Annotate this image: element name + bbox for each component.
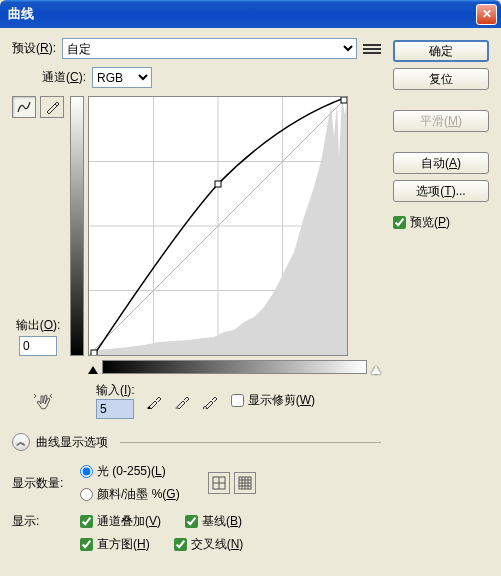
curve-point-high: [341, 97, 347, 103]
curve-icon: [16, 100, 32, 114]
collapse-toggle[interactable]: ︽: [12, 433, 30, 451]
curves-svg: [89, 97, 347, 355]
options-button[interactable]: 选项(T)...: [393, 180, 489, 202]
options-title: 曲线显示选项: [36, 434, 108, 451]
white-slider[interactable]: [371, 361, 381, 374]
check-overlay[interactable]: 通道叠加(V): [80, 513, 161, 530]
vertical-gradient: [70, 96, 84, 356]
curves-graph[interactable]: [88, 96, 348, 356]
ok-button[interactable]: 确定: [393, 40, 489, 62]
preset-select[interactable]: 自定: [62, 38, 357, 59]
black-slider[interactable]: [88, 361, 98, 374]
channel-row: 通道(C): RGB: [42, 67, 381, 88]
auto-button[interactable]: 自动(A): [393, 152, 489, 174]
show-clipping-check[interactable]: 显示修剪(W): [231, 392, 315, 409]
display-amount-label: 显示数量:: [12, 475, 72, 492]
eyedropper-gray[interactable]: [173, 391, 193, 411]
check-baseline[interactable]: 基线(B): [185, 513, 242, 530]
display-label: 显示:: [12, 513, 72, 530]
window-title: 曲线: [8, 5, 476, 23]
eyedropper-white[interactable]: [201, 391, 221, 411]
check-intersection[interactable]: 交叉线(N): [174, 536, 244, 553]
svg-point-8: [175, 406, 178, 409]
radio-light[interactable]: 光 (0-255)(L): [80, 463, 180, 480]
pencil-icon: [45, 100, 59, 114]
preset-label: 预设(R):: [12, 40, 56, 57]
reset-button[interactable]: 复位: [393, 68, 489, 90]
grid-detailed-button[interactable]: [234, 472, 256, 494]
input-label: 输入(I):: [96, 383, 135, 397]
output-input[interactable]: [19, 336, 57, 356]
radio-pigment[interactable]: 颜料/油墨 %(G): [80, 486, 180, 503]
channel-label: 通道(C):: [42, 69, 86, 86]
hand-adjust-icon[interactable]: [32, 390, 56, 412]
check-histogram[interactable]: 直方图(H): [80, 536, 150, 553]
curve-tool-button[interactable]: [12, 96, 36, 118]
smooth-button: 平滑(M): [393, 110, 489, 132]
pencil-tool-button[interactable]: [40, 96, 64, 118]
close-button[interactable]: ✕: [476, 4, 497, 25]
input-input[interactable]: [96, 399, 134, 419]
preset-row: 预设(R): 自定: [12, 38, 381, 59]
output-label: 输出(O):: [16, 317, 61, 334]
channel-select[interactable]: RGB: [92, 67, 152, 88]
horizontal-gradient: [102, 360, 367, 374]
svg-point-9: [203, 406, 206, 409]
grid-simple-button[interactable]: [208, 472, 230, 494]
eyedropper-black[interactable]: [145, 391, 165, 411]
preset-menu-icon[interactable]: [363, 40, 381, 58]
curve-point-low: [91, 350, 97, 355]
curve-point-mid: [215, 181, 221, 187]
titlebar: 曲线 ✕: [0, 0, 501, 28]
svg-point-7: [147, 406, 150, 409]
preview-check[interactable]: 预览(P): [393, 214, 450, 231]
